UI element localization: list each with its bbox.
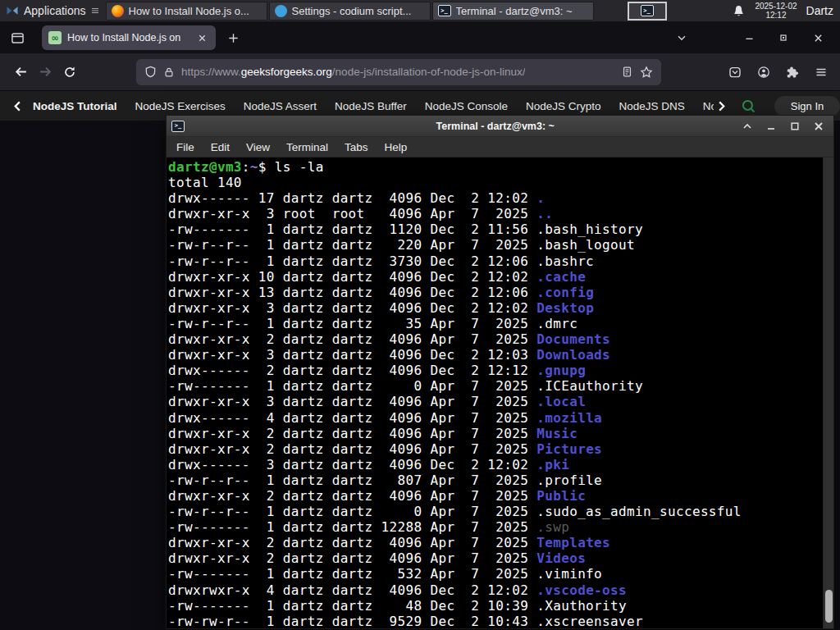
terminal-menu-edit[interactable]: Edit [203,137,238,158]
window-button-label: How to Install Node.js o... [129,5,249,17]
top-panel: Applications How to Install Node.js o...… [0,0,840,22]
terminal-output: dartz@vm3:~$ ls -latotal 140drwx------ 1… [167,158,823,628]
list-all-tabs-button[interactable] [671,27,692,48]
terminal-line: drwxr-xr-x 2 dartz dartz 4096 Apr 7 2025… [168,550,823,566]
panel-window-button-vscodium[interactable]: Settings - codium script... [269,2,431,21]
panel-user-button[interactable]: Dartz [806,4,833,17]
new-tab-button[interactable] [222,27,244,48]
gfg-nav-link[interactable]: NodeJS Console [425,100,508,112]
gfg-nav-link[interactable]: NodeJS DNS [619,100,685,112]
terminal-line: -rw------- 1 dartz dartz 532 Apr 7 2025 … [168,566,823,582]
terminal-scrollbar-track[interactable] [823,158,833,628]
nav-scroll-left-icon[interactable] [10,98,25,113]
url-bar[interactable]: https://www.geeksforgeeks.org/node-js/in… [136,59,661,85]
terminal-mini-icon: >_ [641,5,654,16]
clock-time: 12:12 [755,11,797,20]
terminal-menu-tabs[interactable]: Tabs [336,137,377,158]
reader-view-icon[interactable] [621,66,633,78]
terminal-line: drwx------ 3 dartz dartz 4096 Dec 2 12:0… [168,457,823,472]
workspace-pager[interactable]: >_ [628,2,667,21]
terminal-menubar: FileEditViewTerminalTabsHelp [167,137,833,158]
gfg-search-icon[interactable] [738,96,758,116]
terminal-line: -rw------- 1 dartz dartz 48 Dec 2 10:39 … [168,598,823,614]
tracking-shield-icon[interactable] [144,66,157,78]
gfg-sign-in-button[interactable]: Sign In [774,96,840,116]
gfg-nav-link[interactable]: NodeJS Tutorial [33,100,117,112]
terminal-close-icon[interactable] [812,120,825,133]
terminal-menu-file[interactable]: File [168,137,203,158]
tab-close-icon[interactable] [194,30,209,45]
window-minimize-icon[interactable] [738,27,760,48]
gfg-nav-link[interactable]: NodeJS Crypto [526,100,601,112]
window-button-label: Settings - codium script... [292,5,412,17]
terminal-scrollbar-thumb[interactable] [825,590,833,623]
terminal-line: drwxr-xr-x 2 dartz dartz 4096 Apr 7 2025… [168,331,823,347]
window-close-icon[interactable] [807,27,829,48]
terminal-body[interactable]: dartz@vm3:~$ ls -latotal 140drwx------ 1… [167,158,833,628]
terminal-line: -rw-r--r-- 1 dartz dartz 807 Apr 7 2025 … [168,472,823,488]
terminal-line: -rw-r--r-- 1 dartz dartz 35 Apr 7 2025 .… [168,316,823,331]
terminal-menu-help[interactable]: Help [377,137,416,158]
terminal-window: >_ Terminal - dartz@vm3: ~ FileEditViewT… [166,115,834,629]
bookmark-star-icon[interactable] [640,66,653,79]
terminal-line: -rw-r--r-- 1 dartz dartz 3730 Dec 2 12:0… [168,253,823,269]
terminal-line: -rw------- 1 dartz dartz 12288 Apr 7 202… [168,519,823,535]
tab-title: How to Install Node.js on [67,32,189,43]
terminal-line: total 140 [168,175,823,190]
hamburger-menu-icon[interactable] [810,62,832,83]
account-icon[interactable] [753,62,774,83]
terminal-line: drwxr-xr-x 3 root root 4096 Apr 7 2025 .… [168,206,823,221]
terminal-line: drwxr-xr-x 3 dartz dartz 4096 Apr 7 2025… [168,394,823,409]
terminal-line: drwxrwxr-x 4 dartz dartz 4096 Dec 2 12:0… [168,582,823,598]
extensions-puzzle-icon[interactable] [782,62,803,83]
reload-button[interactable] [57,60,82,84]
terminal-shade-icon[interactable] [741,120,754,133]
terminal-menu-terminal[interactable]: Terminal [278,137,336,158]
firefox-view-button[interactable] [7,27,28,48]
url-domain: geeksforgeeks.org [241,66,332,78]
url-path: /node-js/installation-of-node-js-on-linu… [332,66,526,78]
browser-tab[interactable]: ∞ How to Install Node.js on [42,25,216,50]
window-button-list: How to Install Node.js o...Settings - co… [105,2,595,21]
terminal-line: drwxr-xr-x 3 dartz dartz 4096 Dec 2 12:0… [168,300,823,316]
lock-icon[interactable] [163,66,175,78]
window-maximize-icon[interactable] [773,27,794,48]
url-text: https://www.geeksforgeeks.org/node-js/in… [181,66,525,78]
gfg-nav-link[interactable]: Node [703,100,714,112]
terminal-line: dartz@vm3:~$ ls -la [168,159,823,175]
vscodium-icon [275,5,287,17]
panel-status-area: 2025-12-02 12:12 Dartz [732,2,840,20]
terminal-line: drwxr-xr-x 2 dartz dartz 4096 Apr 7 2025… [168,441,823,457]
terminal-line: drwxr-xr-x 2 dartz dartz 4096 Apr 7 2025… [168,426,823,441]
terminal-titlebar[interactable]: >_ Terminal - dartz@vm3: ~ [167,116,833,137]
terminal-line: -rw-r--r-- 1 dartz dartz 0 Apr 7 2025 .s… [168,504,823,519]
applications-icon [6,4,19,17]
panel-window-button-firefox[interactable]: How to Install Node.js o... [106,2,267,21]
terminal-line: drwxr-xr-x 10 dartz dartz 4096 Dec 2 12:… [168,269,823,285]
back-button[interactable] [8,60,33,84]
firefox-icon [112,5,124,17]
pocket-save-icon[interactable] [724,62,746,83]
forward-button[interactable] [33,60,57,84]
gfg-nav-link[interactable]: NodeJS Exercises [135,100,226,112]
panel-window-button-terminal[interactable]: >_Terminal - dartz@vm3: ~ [432,2,594,21]
url-scheme: https://www. [181,66,241,78]
nav-scroll-right-icon[interactable] [714,98,728,113]
applications-caret-icon [91,7,99,15]
terminal-line: drwx------ 2 dartz dartz 4096 Dec 2 12:1… [168,363,823,378]
firefox-tab-bar: ∞ How to Install Node.js on [0,22,840,53]
terminal-line: drwx------ 4 dartz dartz 4096 Apr 7 2025… [168,410,823,426]
terminal-line: -rw------- 1 dartz dartz 0 Apr 7 2025 .I… [168,378,823,394]
terminal-line: drwxr-xr-x 2 dartz dartz 4096 Apr 7 2025… [168,488,823,504]
panel-clock[interactable]: 2025-12-02 12:12 [755,2,797,20]
terminal-minimize-icon[interactable] [765,120,778,133]
applications-menu-button[interactable]: Applications [0,0,105,21]
gfg-nav-link[interactable]: NodeJS Buffer [335,100,407,112]
clock-date: 2025-12-02 [755,2,797,11]
terminal-menu-view[interactable]: View [238,137,278,158]
firefox-window-controls [738,27,840,48]
notification-bell-icon[interactable] [732,4,746,18]
terminal-maximize-icon[interactable] [788,120,801,133]
terminal-line: -rw-rw-r-- 1 dartz dartz 9529 Dec 2 10:4… [168,614,823,628]
gfg-nav-link[interactable]: NodeJS Assert [244,100,317,112]
